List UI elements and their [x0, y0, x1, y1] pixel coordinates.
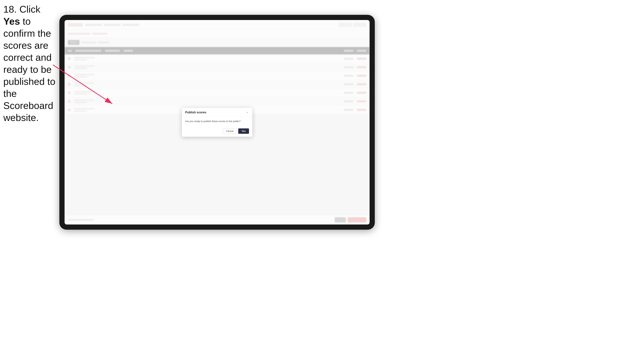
modal-message: Are you ready to publish these scores to… — [185, 120, 249, 123]
step-number: 18. — [3, 4, 17, 15]
tablet-screen: Scores — [64, 20, 370, 224]
modal-header: Publish scores × — [182, 108, 252, 117]
modal-body: Are you ready to publish these scores to… — [182, 117, 252, 126]
yes-bold: Yes — [3, 16, 20, 27]
modal-title: Publish scores — [185, 111, 206, 114]
text-before-bold: Click — [17, 4, 40, 15]
instruction-text: 18. Click Yes to confirm the scores are … — [3, 3, 57, 124]
tablet-frame: Scores — [59, 15, 375, 230]
text-after: to confirm the scores are correct and re… — [3, 16, 55, 123]
publish-scores-modal: Publish scores × Are you ready to publis… — [182, 108, 252, 137]
cancel-button[interactable]: Cancel — [223, 128, 236, 134]
modal-footer: Cancel Yes — [182, 126, 252, 137]
yes-button[interactable]: Yes — [238, 128, 249, 134]
modal-close-button[interactable]: × — [246, 111, 249, 114]
